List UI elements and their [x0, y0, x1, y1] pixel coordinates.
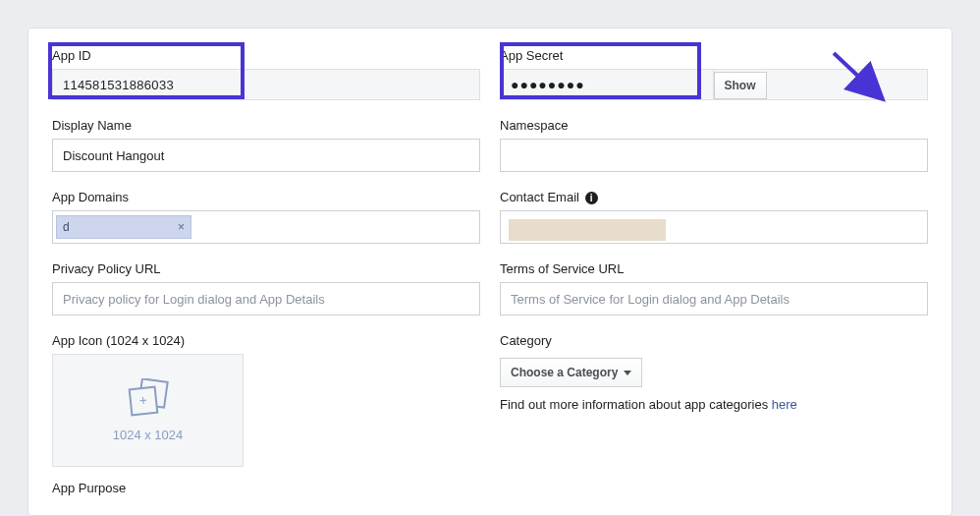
field-display-name: Display Name: [52, 118, 480, 172]
settings-card: App ID 114581531886033 App Secret ●●●●●●…: [27, 28, 953, 516]
app-id-value: 114581531886033: [53, 70, 479, 99]
row-app-purpose: App Purpose: [52, 481, 928, 501]
label-contact-email: Contact Email i: [500, 190, 928, 204]
svg-text:+: +: [137, 392, 147, 409]
field-app-secret: App Secret ●●●●●●●● Show: [500, 48, 928, 100]
label-display-name: Display Name: [52, 118, 480, 133]
info-icon[interactable]: i: [585, 192, 598, 204]
label-tos: Terms of Service URL: [500, 261, 928, 276]
field-app-icon: App Icon (1024 x 1024) + 1024 x 1024: [52, 333, 480, 467]
app-id-value-bar: 114581531886033: [52, 69, 480, 100]
app-secret-masked: ●●●●●●●●: [501, 70, 713, 99]
tos-input[interactable]: [500, 282, 928, 315]
display-name-input[interactable]: [52, 139, 480, 172]
row-icon-category: App Icon (1024 x 1024) + 1024 x 1024 Cat…: [52, 333, 928, 467]
category-helper: Find out more information about app cate…: [500, 397, 928, 412]
contact-email-input[interactable]: [500, 210, 928, 244]
chip-remove-icon[interactable]: ×: [178, 220, 185, 234]
label-app-purpose: App Purpose: [52, 481, 480, 495]
label-category: Category: [500, 333, 928, 348]
category-select[interactable]: Choose a Category: [500, 358, 642, 387]
field-tos: Terms of Service URL: [500, 261, 928, 315]
label-app-domains: App Domains: [52, 190, 480, 204]
domain-chip-text: d: [63, 220, 70, 234]
label-namespace: Namespace: [500, 118, 928, 133]
app-domains-input[interactable]: d ×: [52, 210, 480, 244]
icon-placeholder-text: 1024 x 1024: [113, 428, 184, 442]
field-privacy-policy: Privacy Policy URL: [52, 261, 480, 315]
field-category: Category Choose a Category Find out more…: [500, 333, 928, 467]
category-helper-prefix: Find out more information about app cate…: [500, 397, 772, 412]
row-appid-secret: App ID 114581531886033 App Secret ●●●●●●…: [52, 48, 928, 100]
show-secret-button[interactable]: Show: [714, 72, 767, 99]
domain-chip[interactable]: d ×: [56, 215, 191, 239]
field-app-id: App ID 114581531886033: [52, 48, 480, 100]
field-namespace: Namespace: [500, 118, 928, 172]
field-contact-email: Contact Email i: [500, 190, 928, 244]
row-domains-contact: App Domains d × Contact Email i: [52, 190, 928, 244]
namespace-input[interactable]: [500, 139, 928, 172]
category-select-label: Choose a Category: [511, 366, 618, 379]
label-app-id: App ID: [52, 48, 480, 63]
privacy-policy-input[interactable]: [52, 282, 480, 315]
label-privacy-policy: Privacy Policy URL: [52, 261, 480, 276]
row-privacy-tos: Privacy Policy URL Terms of Service URL: [52, 261, 928, 315]
contact-email-redacted: [509, 219, 666, 241]
caret-down-icon: [624, 371, 631, 375]
app-icon-upload[interactable]: + 1024 x 1024: [52, 354, 244, 467]
app-secret-value-bar: ●●●●●●●●: [500, 69, 714, 100]
label-contact-email-text: Contact Email: [500, 190, 579, 204]
field-app-domains: App Domains d ×: [52, 190, 480, 244]
row-displayname-namespace: Display Name Namespace: [52, 118, 928, 172]
category-helper-link[interactable]: here: [772, 397, 797, 412]
label-app-icon: App Icon (1024 x 1024): [52, 333, 480, 348]
field-app-purpose: App Purpose: [52, 481, 480, 501]
upload-placeholder-icon: +: [125, 378, 172, 420]
label-app-secret: App Secret: [500, 48, 928, 63]
